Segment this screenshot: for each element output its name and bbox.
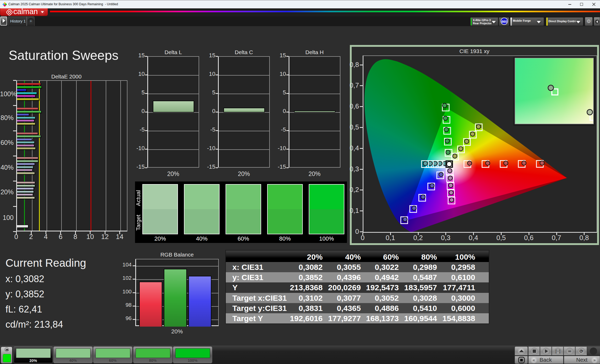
svg-text:[··]: [··]	[556, 349, 560, 353]
svg-text:∞: ∞	[568, 349, 571, 353]
svg-text:⟳: ⟳	[580, 349, 584, 354]
